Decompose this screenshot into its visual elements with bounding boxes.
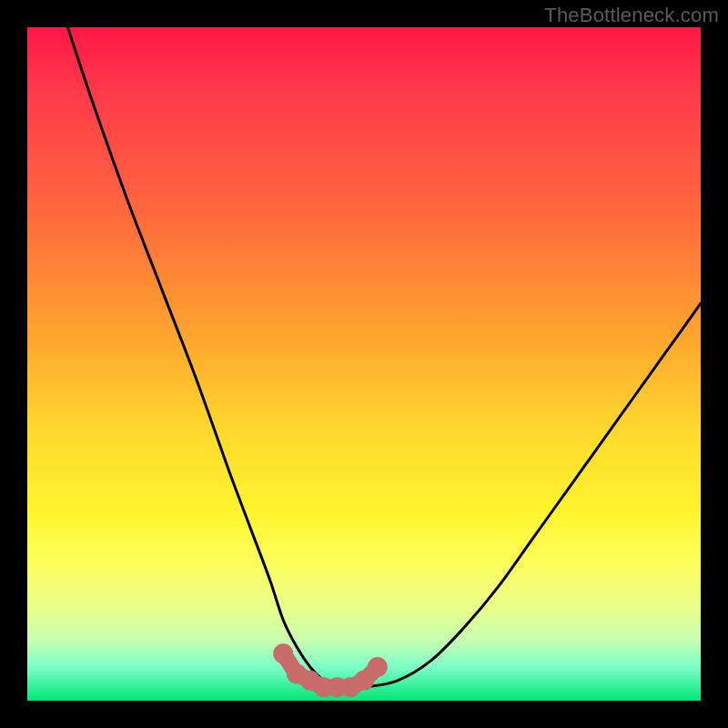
plot-area [27, 27, 701, 701]
optimal-range-dots [273, 643, 388, 697]
watermark-text: TheBottleneck.com [544, 4, 719, 27]
bottleneck-curve [67, 27, 701, 688]
marker-dot [273, 643, 293, 663]
marker-dot [368, 657, 388, 677]
chart-svg [27, 27, 701, 701]
chart-frame: TheBottleneck.com [0, 0, 728, 728]
